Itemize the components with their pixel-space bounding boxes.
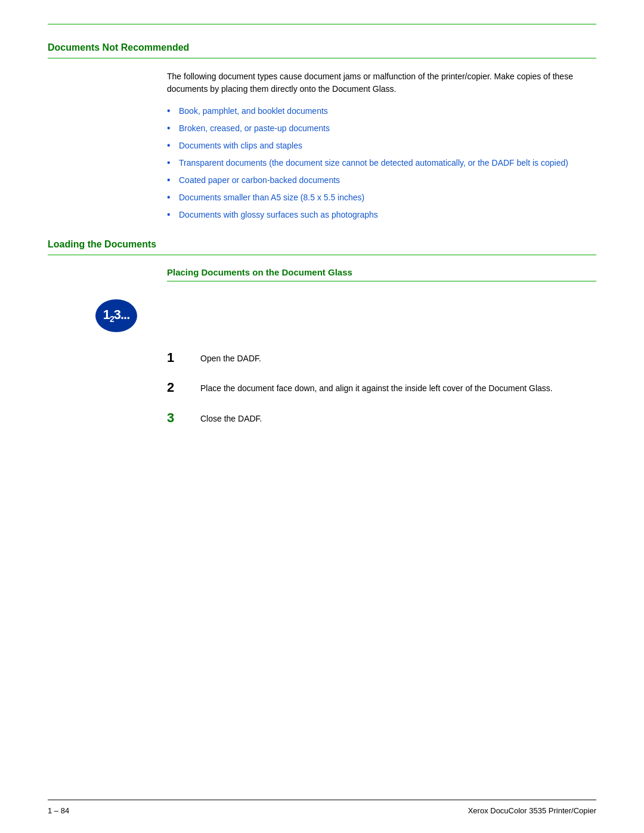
step-text-2: Place the document face down, and align … — [200, 380, 553, 395]
steps-icon-text: 123... — [103, 307, 130, 324]
top-rule — [48, 24, 596, 24]
section-heading-not-recommended: Documents Not Recommended — [48, 42, 596, 53]
steps-icon-inner: 123... — [95, 299, 137, 332]
step-number-1: 1 — [167, 350, 191, 366]
section-rule-2 — [48, 255, 596, 255]
bullet-list: Book, pamphlet, and booklet documentsBro… — [167, 105, 596, 221]
subsection-heading-placing: Placing Documents on the Document Glass — [167, 267, 596, 277]
footer-page-number: 1 – 84 — [48, 806, 69, 815]
bullet-item-3: Transparent documents (the document size… — [167, 157, 596, 169]
subsection-rule — [167, 281, 596, 281]
bullet-item-5: Documents smaller than A5 size (8.5 x 5.… — [167, 191, 596, 204]
step-2: 2Place the document face down, and align… — [167, 380, 596, 395]
section-heading-loading: Loading the Documents — [48, 239, 596, 250]
step-text-3: Close the DADF. — [200, 410, 262, 425]
bullet-item-4: Coated paper or carbon-backed documents — [167, 174, 596, 187]
bullet-item-0: Book, pamphlet, and booklet documents — [167, 105, 596, 117]
bullet-item-2: Documents with clips and staples — [167, 140, 596, 152]
section-rule-1 — [48, 58, 596, 58]
section-loading-documents: Loading the Documents Placing Documents … — [48, 239, 596, 426]
bullet-item-1: Broken, creased, or paste-up documents — [167, 122, 596, 135]
footer: 1 – 84 Xerox DocuColor 3535 Printer/Copi… — [48, 800, 596, 815]
bullet-item-6: Documents with glossy surfaces such as p… — [167, 209, 596, 221]
step-number-3: 3 — [167, 410, 191, 426]
intro-text: The following document types cause docum… — [167, 70, 596, 95]
numbered-steps: 1Open the DADF.2Place the document face … — [167, 350, 596, 426]
section-documents-not-recommended: Documents Not Recommended The following … — [48, 42, 596, 221]
footer-product-name: Xerox DocuColor 3535 Printer/Copier — [468, 806, 596, 815]
step-3: 3Close the DADF. — [167, 410, 596, 426]
page: Documents Not Recommended The following … — [0, 0, 644, 833]
step-1: 1Open the DADF. — [167, 350, 596, 366]
steps-icon-sub: 2 — [110, 315, 114, 324]
step-text-1: Open the DADF. — [200, 350, 261, 365]
step-number-2: 2 — [167, 380, 191, 395]
steps-icon: 123... — [95, 299, 137, 332]
